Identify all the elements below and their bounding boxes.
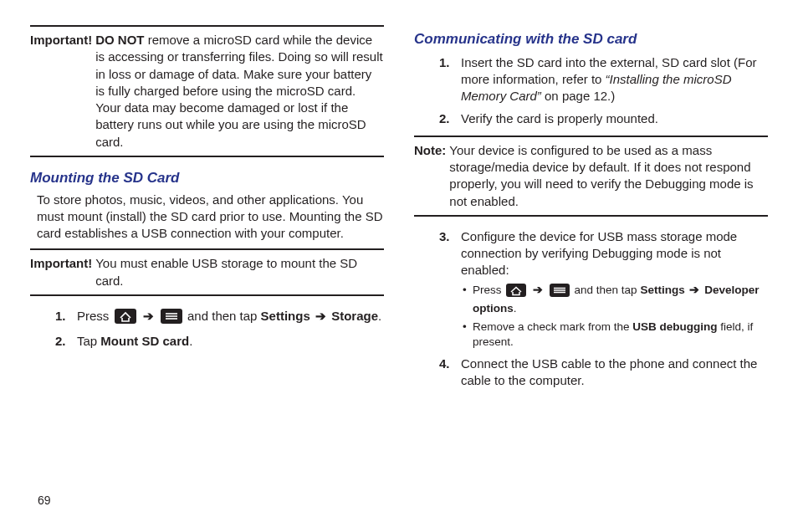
b2-a: Remove a check mark from the (473, 320, 632, 333)
heading-mounting: Mounting the SD Card (30, 169, 384, 188)
c4: Connect the USB cable to the phone and c… (461, 356, 757, 387)
left-column: Important! DO NOT remove a microSD card … (30, 25, 384, 489)
page: Important! DO NOT remove a microSD card … (0, 0, 798, 532)
b1-andthen: and then tap (575, 284, 641, 296)
mounting-step-2: 2. Tap Mount SD card. (55, 333, 384, 350)
c3: Configure the device for USB mass storag… (461, 229, 737, 278)
right-column: Communicating with the SD card 1. Insert… (414, 25, 768, 489)
home-icon (115, 309, 136, 328)
step3-bullets: Press ➔ and then tap Settings ➔ Develope… (461, 283, 768, 350)
s2-tap: Tap (77, 334, 100, 348)
s1-press: Press (77, 309, 113, 323)
note-label: Note: (414, 142, 449, 210)
comm-steps-top: 1. Insert the SD card into the external,… (414, 54, 768, 127)
menu-icon (161, 309, 182, 328)
important1-body: DO NOT remove a microSD card while the d… (95, 32, 384, 151)
c1-c: on page 12.) (541, 89, 615, 103)
arrow-icon: ➔ (143, 309, 154, 323)
s1-settings: Settings (261, 309, 314, 323)
page-number: 69 (38, 493, 51, 509)
menu-icon-2 (550, 284, 570, 301)
b1-press: Press (473, 284, 504, 296)
arrow2-icon: ➔ (315, 309, 326, 323)
note-block: Note: Your device is configured to be us… (414, 136, 768, 217)
comm-step-4: 4. Connect the USB cable to the phone an… (439, 356, 768, 390)
step3-bullet-1: Press ➔ and then tap Settings ➔ Develope… (461, 283, 768, 316)
comm-step-1: 1. Insert the SD card into the external,… (439, 54, 768, 105)
two-column-layout: Important! DO NOT remove a microSD card … (30, 25, 768, 489)
heading-communicating: Communicating with the SD card (414, 30, 768, 49)
step3-bullet-2: Remove a check mark from the USB debuggi… (461, 320, 768, 350)
mounting-step-1: 1. Press ➔ and then tap Settings ➔ Stora… (55, 308, 384, 328)
s2-mount: Mount SD card (100, 334, 189, 348)
comm-steps-bottom: 3. Configure the device for USB mass sto… (414, 228, 768, 389)
important-block-1: Important! DO NOT remove a microSD card … (30, 25, 384, 157)
c2: Verify the card is properly mounted. (461, 111, 658, 125)
important2-body: You must enable USB storage to mount the… (95, 255, 384, 289)
note-body: Your device is configured to be used as … (449, 142, 768, 210)
important-block-2: Important! You must enable USB storage t… (30, 248, 384, 296)
important1-label: Important! (30, 32, 95, 151)
arrow3-icon: ➔ (533, 284, 543, 296)
mounting-steps: 1. Press ➔ and then tap Settings ➔ Stora… (30, 308, 384, 350)
mounting-para: To store photos, music, videos, and othe… (37, 192, 384, 243)
arrow4-icon: ➔ (689, 284, 699, 296)
s1-andthen: and then tap (187, 309, 261, 323)
b2-usb: USB debugging (632, 320, 717, 333)
comm-step-2: 2. Verify the card is properly mounted. (439, 110, 768, 127)
important2-label: Important! (30, 255, 95, 289)
s1-storage: Storage (331, 309, 378, 323)
important1-rest: remove a microSD card while the device i… (95, 33, 382, 149)
important1-donot: DO NOT (95, 33, 144, 47)
comm-step-3: 3. Configure the device for USB mass sto… (439, 228, 768, 350)
home-icon-2 (506, 284, 526, 301)
b1-settings: Settings (640, 284, 688, 296)
